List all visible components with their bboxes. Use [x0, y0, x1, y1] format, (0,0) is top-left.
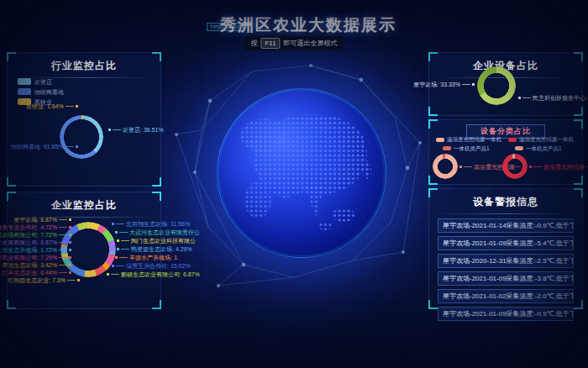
hint-prefix: 按 [250, 39, 257, 48]
alarm-row: 星宇农场-2021-01-09采集温度:-5.4℃,低于下限:0℃ [438, 236, 574, 250]
callout-iot-base: 物联网基地: 61.85% [11, 144, 78, 150]
device-left-donut-chart[interactable] [433, 154, 458, 179]
callout-minzhu-center: 民主村创群服务中心: [518, 95, 587, 101]
callout: 鸭资源生态农场: 4.29% [117, 246, 192, 252]
legend-label: 物联网基地 [34, 89, 64, 95]
callout: 丰源水产养殖场: 1. [115, 255, 179, 260]
fullscreen-hint: 按 F11 即可退出全屏模式 [244, 36, 343, 50]
callout: 鹏硕生态农业有限公司: 6.87% [107, 271, 200, 277]
legend-swatch [436, 138, 444, 142]
globe-map [218, 89, 386, 257]
callout-livestock: 畜牧业: 1.64% [26, 103, 78, 109]
alarm-row: 星宇农场-2020-12-31采集温度:-2.5℃,低于下限:0℃ [438, 254, 574, 268]
callout: 绿慧互润合作社: 15.02% [112, 263, 191, 269]
callout: 星宇农场: 6.87% [13, 217, 71, 223]
panel-device-alarms: 设备警报信息 星宇农场-2021-01-14采集温度:-0.9℃,低于下限:0℃… [428, 188, 583, 309]
legend-label: 温湿度光照结露一体机 [519, 137, 574, 143]
alarm-row: 星宇农场-2021-01-14采集温度:-0.9℃,低于下限:0℃ [438, 218, 574, 233]
page-title: 秀洲区农业大数据展示 [0, 14, 588, 36]
legend-label: 一体机类产品1 [526, 146, 562, 152]
legend-swatch [18, 88, 31, 95]
f11-key-badge: F11 [260, 38, 280, 49]
callout: 温湿度光照结露一… [529, 164, 588, 170]
legend-item[interactable]: 温湿度光照结露一体机 [508, 137, 574, 143]
title-divider [436, 213, 575, 214]
panel-enterprise-monitoring: 企业监控占比 星宇农场: 6.87% 秀洲服务专业合作社: 4.72% 家庭农场… [7, 192, 161, 309]
callout: 大运河生态农业有限责任公 [115, 229, 200, 235]
callout-xingyu-farm: 星宇农场: 33.33% [413, 81, 475, 87]
legend-label: 温湿度光照结露一体机 [447, 137, 501, 143]
legend-item[interactable]: 一体机类产品1 [443, 146, 501, 152]
callout: 北羽翔生态农场: 11.56% [112, 221, 190, 227]
globe [217, 88, 386, 258]
callout: 家庭农场有限公司: 7.72% [0, 232, 71, 238]
alarm-row: 星宇农场-2021-01-02采集温度:-2.0℃,低于下限:0℃ [438, 289, 574, 303]
callout: 李强生态农场: 3.42% [2, 262, 71, 268]
panel-device-classification: 设备分类占比 温湿度光照结露一体机 一体机类产品1 温湿度光照结露一… 温湿度光… [428, 119, 583, 185]
legend-label: 一体机类产品1 [454, 146, 490, 152]
legend-swatch [515, 146, 523, 150]
panel-enterprise-equipment: 企业设备占比 星宇农场: 33.33% 民主村创群服务中心: [428, 52, 583, 116]
legend-item[interactable]: 一体机类产品1 [515, 146, 574, 152]
legend-item[interactable]: 农资店 [18, 78, 64, 85]
hint-suffix: 即可退出全屏模式 [284, 39, 338, 48]
alarm-row: 星宇农场-2021-01-09采集温度:-0.9℃,低于下限:0℃ [438, 307, 574, 321]
legend-item[interactable]: 物联网基地 [18, 88, 64, 95]
callout-agri-store: 农资店: 36.51% [108, 127, 164, 133]
device-left-legend: 温湿度光照结露一体机 一体机类产品1 [436, 137, 501, 151]
legend-swatch [18, 78, 31, 85]
callout: 国开发展有限公司: 6.87% [0, 239, 71, 245]
panel-title: 企业监控占比 [8, 192, 160, 213]
panel-title: 行业监控占比 [8, 53, 160, 73]
legend-label: 农资店 [34, 79, 52, 85]
industry-legend: 农资店 物联网基地 畜牧业 [18, 78, 64, 105]
device-right-donut-chart[interactable] [502, 154, 528, 179]
callout: 秀洲服务专业合作社: 4.72% [0, 224, 71, 230]
panel-title: 设备警报信息 [429, 189, 582, 209]
alarm-list: 星宇农场-2021-01-14采集温度:-0.9℃,低于下限:0℃ 星宇农场-2… [429, 218, 582, 321]
callout: 红丰生态农业: 6.44% [2, 270, 71, 276]
legend-swatch [508, 138, 517, 142]
callout: 陶门生态农业科技有限公 [117, 238, 196, 244]
alarm-row: 星宇农场-2021-01-09采集温度:-3.8℃,低于下限:0℃ [438, 271, 574, 286]
device-right-legend: 温湿度光照结露一体机 一体机类产品1 [508, 137, 574, 151]
dashboard: TPSCHENT 秀洲区农业大数据展示 按 F11 即可退出全屏模式 行业监控占… [0, 0, 588, 368]
equipment-donut-chart[interactable] [477, 66, 516, 105]
callout: 中裕乳业有限公司: 7.29% [0, 255, 71, 260]
panel-industry-monitoring: 行业监控占比 农资店 物联网基地 畜牧业 畜牧业: 1.64% 农资店: 36.… [7, 52, 161, 187]
industry-donut-chart[interactable] [60, 115, 103, 159]
legend-item[interactable]: 温湿度光照结露一体机 [436, 137, 501, 143]
callout: 红梅园生态农业: 7.3% [8, 277, 80, 283]
callout: 上华生态养殖场: 1.72% [0, 247, 71, 253]
legend-swatch [443, 146, 451, 150]
